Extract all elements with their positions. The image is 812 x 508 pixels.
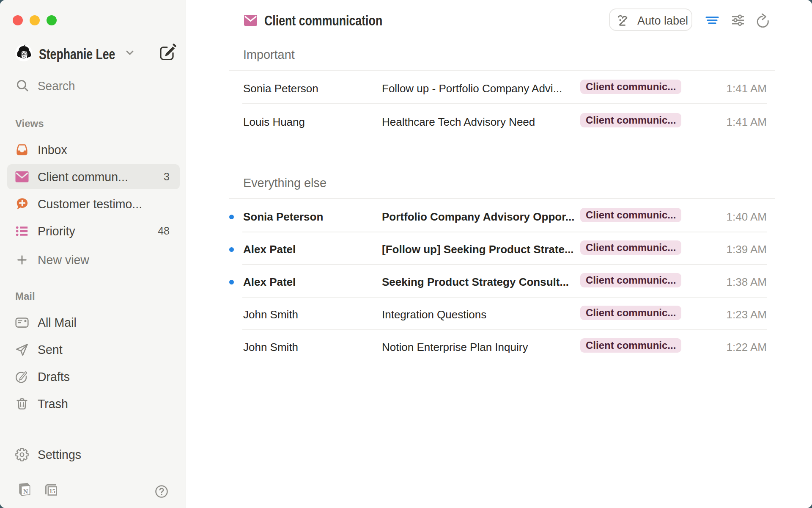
svg-text:15: 15 xyxy=(49,488,56,494)
svg-text:N: N xyxy=(23,488,28,495)
